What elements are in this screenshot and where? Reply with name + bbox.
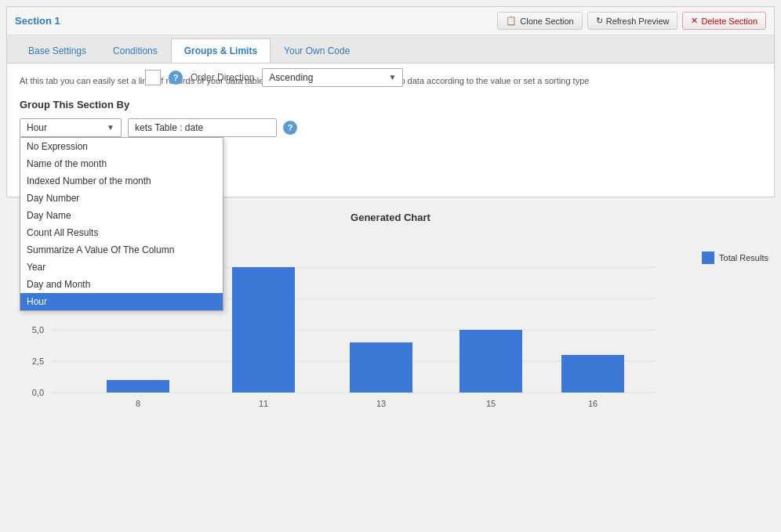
bar-16 [561,355,624,393]
dropdown-item-name-of-month[interactable]: Name of the month [20,155,223,172]
dropdown-item-indexed-number[interactable]: Indexed Number of the month [20,172,223,190]
dropdown-item-count-all[interactable]: Count All Results [20,224,223,241]
tabs-bar: Base Settings Conditions Groups & Limits… [7,35,774,63]
dropdown-item-day-number[interactable]: Day Number [20,190,223,207]
legend-item-total: Total Results [702,252,768,264]
tab-your-own-code[interactable]: Your Own Code [271,38,363,63]
expression-dropdown-menu: No Expression Name of the month Indexed … [20,137,223,311]
refresh-preview-button[interactable]: ↻ Refresh Preview [587,12,678,30]
tab-groups-limits[interactable]: Groups & Limits [171,38,271,63]
bar-15 [460,330,522,393]
order-info-icon[interactable]: ? [169,71,183,85]
legend-label-total: Total Results [719,253,768,262]
clone-section-button[interactable]: 📋 Clone Section [497,12,583,30]
dropdown-item-summarize[interactable]: Summarize A Value Of The Column [20,241,223,259]
order-direction-value: Ascending [269,72,313,83]
refresh-icon: ↻ [596,16,603,26]
legend-color-total [702,252,714,264]
order-direction-label: Order Direction [191,72,254,83]
group-row: Hour ▼ No Expression Name of the month I… [20,118,761,137]
chevron-down-icon: ▼ [107,123,114,132]
clone-icon: 📋 [506,16,517,26]
clone-label: Clone Section [520,16,574,26]
dropdown-item-day-name[interactable]: Day Name [20,207,223,224]
svg-text:16: 16 [588,399,598,408]
svg-text:2,5: 2,5 [32,356,44,366]
section-container: Section 1 📋 Clone Section ↻ Refresh Prev… [6,6,775,197]
bar-13 [350,342,412,393]
dropdown-item-day-and-month[interactable]: Day and Month [20,276,223,293]
expression-selected-value: Hour [27,122,47,133]
svg-text:15: 15 [486,399,496,408]
section-title: Section 1 [15,15,60,27]
expression-select-wrapper[interactable]: Hour ▼ No Expression Name of the month I… [20,118,122,137]
chart-legend: Total Results [702,236,768,264]
svg-text:5,0: 5,0 [32,325,44,335]
delete-icon: ✕ [691,16,698,26]
tab-conditions[interactable]: Conditions [100,38,171,63]
bar-8 [107,380,169,393]
info-icon[interactable]: ? [283,121,297,135]
field-display: kets Table : date [128,118,277,137]
section-header: Section 1 📋 Clone Section ↻ Refresh Prev… [7,7,774,35]
delete-section-button[interactable]: ✕ Delete Section [682,12,766,30]
dropdown-item-no-expression[interactable]: No Expression [20,138,223,155]
header-buttons: 📋 Clone Section ↻ Refresh Preview ✕ Dele… [497,12,766,30]
tab-base-settings[interactable]: Base Settings [15,38,100,63]
svg-text:11: 11 [259,399,268,408]
order-section: ? Order Direction Ascending ▼ [145,68,761,87]
svg-text:8: 8 [136,399,140,408]
expression-select[interactable]: Hour ▼ [20,118,122,137]
dropdown-item-hour[interactable]: Hour [20,293,223,310]
checkbox-placeholder[interactable] [145,70,161,85]
svg-text:13: 13 [376,399,386,408]
order-direction-select[interactable]: Ascending ▼ [262,68,403,87]
refresh-label: Refresh Preview [606,16,670,26]
order-chevron-down-icon: ▼ [388,73,396,81]
tab-content: At this tab you can easily set a limit o… [7,63,774,197]
group-section-label: Group This Section By [20,99,761,110]
bar-11 [232,267,295,393]
dropdown-item-year[interactable]: Year [20,259,223,276]
order-direction-wrapper[interactable]: Ascending ▼ [262,68,403,87]
delete-label: Delete Section [701,16,757,26]
svg-text:0,0: 0,0 [32,388,44,397]
